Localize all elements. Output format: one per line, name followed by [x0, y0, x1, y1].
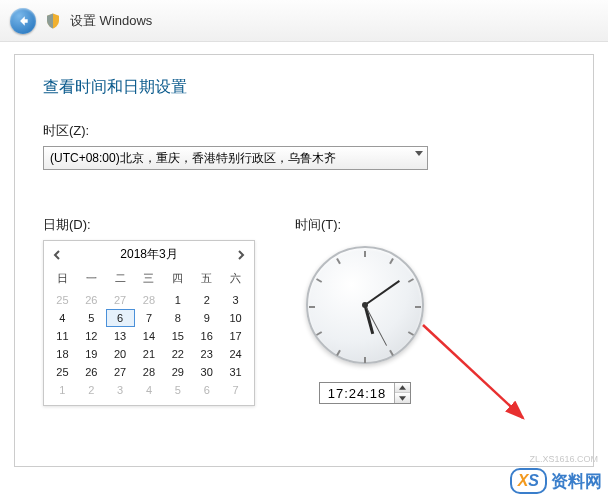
- calendar-day[interactable]: 18: [48, 345, 77, 363]
- calendar-day-next[interactable]: 1: [48, 381, 77, 399]
- watermark-text: 资料网: [551, 470, 602, 493]
- timezone-label: 时区(Z):: [43, 122, 565, 140]
- calendar-day[interactable]: 3: [221, 291, 250, 309]
- calendar-day[interactable]: 25: [48, 363, 77, 381]
- calendar-header: 2018年3月: [44, 241, 254, 267]
- calendar-dow: 三: [135, 269, 164, 291]
- calendar-next-button[interactable]: [236, 249, 246, 259]
- calendar-dow: 六: [221, 269, 250, 291]
- calendar-day-prev[interactable]: 27: [106, 291, 135, 309]
- time-section: 时间(T): 17:24:18: [295, 216, 435, 406]
- time-decrement-button[interactable]: [395, 393, 410, 403]
- calendar-day[interactable]: 20: [106, 345, 135, 363]
- calendar-month-title: 2018年3月: [120, 246, 177, 263]
- calendar-day[interactable]: 28: [135, 363, 164, 381]
- calendar-day[interactable]: 14: [135, 327, 164, 345]
- settings-panel: 查看时间和日期设置 时区(Z): (UTC+08:00)北京，重庆，香港特别行政…: [14, 54, 594, 467]
- time-spinner: [394, 383, 410, 403]
- page-heading: 查看时间和日期设置: [43, 77, 565, 98]
- calendar-day[interactable]: 16: [192, 327, 221, 345]
- calendar-day[interactable]: 19: [77, 345, 106, 363]
- dropdown-arrow-icon: [415, 151, 423, 156]
- calendar-day[interactable]: 17: [221, 327, 250, 345]
- time-value[interactable]: 17:24:18: [320, 386, 395, 401]
- calendar-day-prev[interactable]: 26: [77, 291, 106, 309]
- calendar-dow: 一: [77, 269, 106, 291]
- analog-clock: [306, 246, 424, 364]
- calendar-day[interactable]: 8: [163, 309, 192, 327]
- watermark-url: ZL.XS1616.COM: [529, 454, 598, 464]
- calendar-dow: 二: [106, 269, 135, 291]
- calendar-prev-button[interactable]: [52, 249, 62, 259]
- calendar-day[interactable]: 23: [192, 345, 221, 363]
- minute-hand: [364, 280, 400, 306]
- date-section: 日期(D): 2018年3月 日一二三四五六252627281234567891…: [43, 216, 255, 406]
- calendar-day-next[interactable]: 5: [163, 381, 192, 399]
- time-input[interactable]: 17:24:18: [319, 382, 412, 404]
- calendar-day[interactable]: 10: [221, 309, 250, 327]
- calendar-day[interactable]: 12: [77, 327, 106, 345]
- calendar-day[interactable]: 24: [221, 345, 250, 363]
- window-title: 设置 Windows: [70, 12, 152, 30]
- calendar-dow: 五: [192, 269, 221, 291]
- calendar-day[interactable]: 26: [77, 363, 106, 381]
- arrow-left-icon: [16, 14, 30, 28]
- calendar-dow: 日: [48, 269, 77, 291]
- timezone-value: (UTC+08:00)北京，重庆，香港特别行政区，乌鲁木齐: [50, 150, 336, 167]
- calendar-day[interactable]: 2: [192, 291, 221, 309]
- calendar-day[interactable]: 29: [163, 363, 192, 381]
- time-increment-button[interactable]: [395, 383, 410, 393]
- calendar-day-next[interactable]: 7: [221, 381, 250, 399]
- watermark-badge: XS: [510, 468, 547, 494]
- calendar-day[interactable]: 13: [106, 327, 135, 345]
- calendar-day-next[interactable]: 4: [135, 381, 164, 399]
- calendar-day[interactable]: 15: [163, 327, 192, 345]
- clock-face: [306, 246, 424, 364]
- calendar-day-next[interactable]: 3: [106, 381, 135, 399]
- watermark: XS 资料网: [510, 468, 602, 494]
- calendar-day[interactable]: 1: [163, 291, 192, 309]
- calendar-day[interactable]: 30: [192, 363, 221, 381]
- calendar-grid: 日一二三四五六252627281234567891011121314151617…: [44, 267, 254, 405]
- calendar-day[interactable]: 27: [106, 363, 135, 381]
- calendar-day[interactable]: 31: [221, 363, 250, 381]
- clock-pivot: [362, 302, 368, 308]
- calendar-day-next[interactable]: 6: [192, 381, 221, 399]
- calendar-day[interactable]: 9: [192, 309, 221, 327]
- calendar-dow: 四: [163, 269, 192, 291]
- calendar-day[interactable]: 11: [48, 327, 77, 345]
- titlebar: 设置 Windows: [0, 0, 608, 42]
- calendar-day[interactable]: 5: [77, 309, 106, 327]
- calendar-day[interactable]: 4: [48, 309, 77, 327]
- timezone-dropdown[interactable]: (UTC+08:00)北京，重庆，香港特别行政区，乌鲁木齐: [43, 146, 428, 170]
- calendar-day[interactable]: 21: [135, 345, 164, 363]
- calendar-day-prev[interactable]: 25: [48, 291, 77, 309]
- calendar: 2018年3月 日一二三四五六2526272812345678910111213…: [43, 240, 255, 406]
- calendar-day[interactable]: 6: [106, 309, 135, 327]
- shield-icon: [44, 12, 62, 30]
- calendar-day[interactable]: 7: [135, 309, 164, 327]
- back-button[interactable]: [10, 8, 36, 34]
- calendar-day-prev[interactable]: 28: [135, 291, 164, 309]
- calendar-day[interactable]: 22: [163, 345, 192, 363]
- date-label: 日期(D):: [43, 216, 255, 234]
- time-label: 时间(T):: [295, 216, 435, 234]
- calendar-day-next[interactable]: 2: [77, 381, 106, 399]
